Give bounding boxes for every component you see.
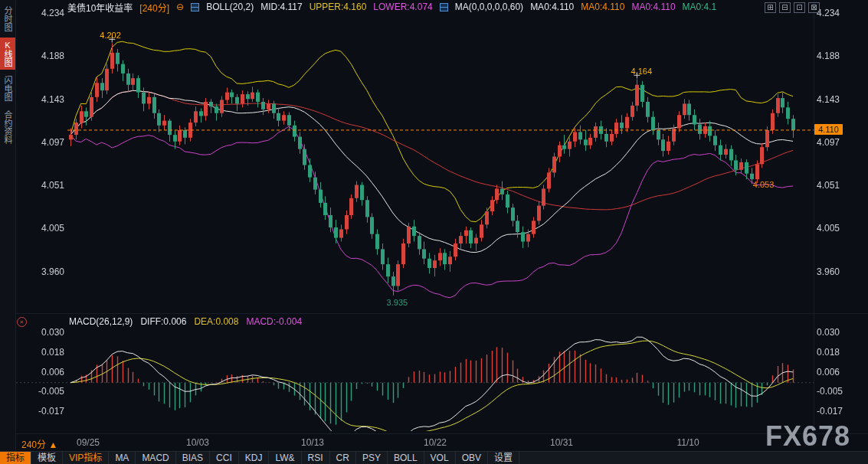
- date-axis-label: 11/10: [671, 437, 705, 448]
- annotation-dip: 4.053: [753, 180, 775, 189]
- sidebar-tab-kline-chart[interactable]: K线图: [0, 38, 15, 70]
- macd-axis-label: 0.006: [817, 367, 864, 377]
- tab-vol[interactable]: VOL: [424, 452, 456, 464]
- price-axis-label: 4.051: [31, 180, 64, 191]
- tab-bias[interactable]: BIAS: [176, 452, 210, 464]
- trading-app-window: 分时图 K线图 闪电图 合约资料 美债10年收益率 [240分] ⊖ BOLL(…: [0, 0, 868, 464]
- tab-cr[interactable]: CR: [330, 452, 356, 464]
- macd-axis-label: 0.018: [817, 347, 864, 358]
- tab-cci[interactable]: CCI: [210, 452, 239, 464]
- layout-split-icon[interactable]: ⊟: [779, 2, 791, 13]
- axis-separator: [814, 0, 814, 433]
- tab-lw[interactable]: LW&: [269, 452, 301, 464]
- macd-axis-label: 0.018: [31, 347, 64, 358]
- macd-axis-label: -0.005: [31, 386, 64, 397]
- annotation-peak2: 4.164: [631, 67, 652, 76]
- macd-dea-value: DEA:0.008: [194, 316, 238, 327]
- ma-label: MA(0,0,0,0,0,60): [455, 2, 523, 12]
- macd-axis-label: -0.017: [31, 406, 64, 417]
- ma-value-3: MA0:4.110: [631, 2, 675, 12]
- sidebar: 分时图 K线图 闪电图 合约资料: [0, 0, 16, 464]
- sidebar-tab-contract-info[interactable]: 合约资料: [0, 107, 15, 147]
- tab-obv[interactable]: OBV: [456, 452, 488, 464]
- annotation-low: 3.935: [387, 298, 408, 307]
- footer-period-label: 240分: [21, 439, 46, 450]
- tab-psy[interactable]: PSY: [356, 452, 388, 464]
- price-axis-label: 4.234: [817, 8, 864, 18]
- last-price-badge: 4.110: [814, 124, 843, 135]
- boll-lower-value: LOWER:4.074: [373, 2, 432, 12]
- sidebar-tab-lightning-chart[interactable]: 闪电图: [0, 73, 15, 104]
- fx678-watermark: FX678: [765, 420, 850, 453]
- footer-period-selector[interactable]: 240分 ▲: [21, 437, 57, 450]
- price-axis-label: 3.960: [31, 266, 64, 277]
- ma-value-4: MA0:4.1: [683, 2, 717, 12]
- ma-value-2: MA0:4.110: [581, 2, 624, 12]
- tab-macd[interactable]: MACD: [136, 452, 175, 464]
- ma-indicator-icon: [440, 3, 448, 11]
- tab-rsi[interactable]: RSI: [302, 452, 330, 464]
- price-axis-label: 4.097: [31, 137, 64, 148]
- bottom-toolbar: 指标 模板 VIP指标 MA MACD BIAS CCI KDJ LW& RSI…: [0, 451, 868, 464]
- price-axis-label: 3.960: [817, 266, 864, 277]
- date-axis-label: 10/03: [181, 437, 215, 448]
- layout-grid-icon[interactable]: ⊞: [765, 2, 776, 13]
- pane-separator: [15, 433, 868, 434]
- price-axis-label: 4.143: [817, 94, 864, 105]
- macd-axis-label: 0.006: [31, 367, 64, 377]
- price-axis-label: 4.143: [31, 94, 64, 105]
- price-axis-label: 4.188: [817, 51, 864, 61]
- tab-vip-indicators[interactable]: VIP指标: [63, 452, 109, 464]
- period-label: [240分]: [139, 1, 169, 14]
- collapse-icon[interactable]: ⊖: [176, 2, 184, 12]
- price-axis-label: 4.005: [817, 223, 864, 234]
- instrument-title: 美债10年收益率: [67, 1, 133, 14]
- sidebar-tab-time-chart[interactable]: 分时图: [0, 3, 15, 34]
- tab-ma[interactable]: MA: [109, 452, 136, 464]
- macd-header: MACD(26,12,9) DIFF:0.006 DEA:0.008 MACD:…: [69, 316, 302, 327]
- boll-upper-value: UPPER:4.160: [310, 2, 367, 12]
- chart-header: 美债10年收益率 [240分] ⊖ BOLL(20,2) MID:4.117 U…: [67, 2, 716, 12]
- macd-axis-label: 0.030: [817, 327, 864, 338]
- price-axis-label: 4.097: [817, 137, 864, 148]
- boll-indicator-icon: [191, 3, 199, 11]
- chart-canvas[interactable]: [0, 0, 868, 464]
- tab-indicators[interactable]: 指标: [0, 452, 31, 464]
- price-axis-label: 4.051: [817, 180, 864, 191]
- tab-kdj[interactable]: KDJ: [239, 452, 270, 464]
- macd-axis-label: -0.005: [817, 386, 864, 397]
- macd-label: MACD(26,12,9): [69, 316, 133, 327]
- tab-settings[interactable]: 设置: [488, 452, 519, 464]
- date-axis-label: 09/25: [71, 437, 105, 448]
- macd-diff-value: DIFF:0.006: [140, 316, 186, 327]
- macd-value: MACD:-0.004: [246, 316, 302, 327]
- tab-templates[interactable]: 模板: [31, 452, 63, 464]
- layout-single-icon[interactable]: ⊡: [794, 2, 805, 13]
- macd-pane-settings-icon[interactable]: ✕: [17, 317, 27, 327]
- ma-value-1: MA0:4.110: [530, 2, 574, 12]
- date-axis-label: 10/22: [418, 437, 452, 448]
- price-axis-label: 4.234: [31, 8, 64, 18]
- price-axis-label: 4.188: [31, 51, 64, 61]
- boll-label: BOLL(20,2): [206, 2, 254, 12]
- pane-separator: [15, 313, 868, 314]
- tab-boll[interactable]: BOLL: [388, 452, 424, 464]
- macd-axis-label: 0.030: [31, 327, 64, 338]
- layout-expand-icon[interactable]: ⊠: [808, 2, 820, 13]
- boll-mid-value: MID:4.117: [260, 2, 302, 12]
- price-axis-label: 4.005: [31, 223, 64, 234]
- window-controls: ⊞ ⊟ ⊡ ⊠: [765, 2, 820, 13]
- chevron-up-icon: ▲: [48, 439, 57, 450]
- date-axis-label: 10/13: [296, 437, 329, 448]
- annotation-high: 4.202: [100, 31, 121, 40]
- macd-axis-label: -0.017: [817, 406, 864, 417]
- date-axis-label: 10/31: [545, 437, 578, 448]
